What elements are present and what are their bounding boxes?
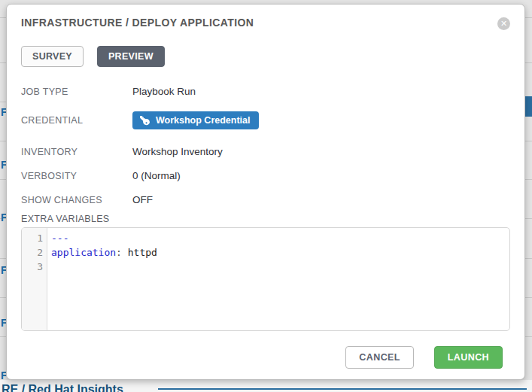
yaml-doc-start: --- [51,232,68,244]
line-number: 1 [22,231,43,245]
yaml-colon: : [116,247,128,258]
inventory-value: Workshop Inventory [132,146,223,157]
code-line-2: application: httpd [51,245,509,260]
verbosity-value: 0 (Normal) [132,170,181,181]
detail-row-credential: CREDENTIAL Workshop Credential [21,111,510,129]
detail-row-inventory: INVENTORY Workshop Inventory [21,145,510,158]
background-bottom-strip: RE / Red Hat Insights [0,380,532,392]
modal-title: INFRASTRUCTURE / DEPLOY APPLICATION [21,17,254,29]
tab-row: SURVEY PREVIEW [21,46,510,67]
verbosity-label: VERBOSITY [21,171,132,181]
show-changes-value: OFF [132,194,153,205]
code-line-3 [51,260,509,274]
credential-badge-label: Workshop Credential [156,115,250,126]
close-icon[interactable]: ✕ [497,17,510,30]
tab-survey[interactable]: SURVEY [21,46,84,67]
deploy-application-modal: INFRASTRUCTURE / DEPLOY APPLICATION ✕ SU… [6,4,525,380]
modal-header: INFRASTRUCTURE / DEPLOY APPLICATION ✕ [21,17,510,30]
background-bottom-rule [158,388,527,390]
background-bottom-heading: RE / Red Hat Insights [2,383,123,392]
detail-row-show-changes: SHOW CHANGES OFF [21,193,510,206]
code-line-1: --- [51,231,509,245]
extra-variables-label: EXTRA VARIABLES [21,214,510,224]
credential-label: CREDENTIAL [21,115,132,126]
editor-line-numbers: 1 2 3 [22,228,47,330]
launch-button[interactable]: LAUNCH [434,346,503,369]
show-changes-label: SHOW CHANGES [21,195,132,205]
yaml-value: httpd [128,247,157,258]
job-type-label: JOB TYPE [21,87,132,97]
background-blue-block [524,96,532,117]
job-details: JOB TYPE Playbook Run CREDENTIAL Worksho… [21,85,510,206]
detail-row-verbosity: VERBOSITY 0 (Normal) [21,169,510,182]
extra-variables-editor: 1 2 3 --- application: httpd [21,227,510,331]
inventory-label: INVENTORY [21,147,132,157]
line-number: 2 [22,245,43,260]
credential-badge[interactable]: Workshop Credential [132,111,259,129]
key-icon [140,116,150,126]
editor-code-area[interactable]: --- application: httpd [47,228,509,330]
modal-footer: CANCEL LAUNCH [345,346,503,369]
cancel-button[interactable]: CANCEL [345,346,413,369]
line-number: 3 [22,260,43,274]
job-type-value: Playbook Run [132,86,196,97]
yaml-key: application [51,247,116,258]
tab-preview[interactable]: PREVIEW [97,46,165,67]
detail-row-job-type: JOB TYPE Playbook Run [21,85,510,98]
